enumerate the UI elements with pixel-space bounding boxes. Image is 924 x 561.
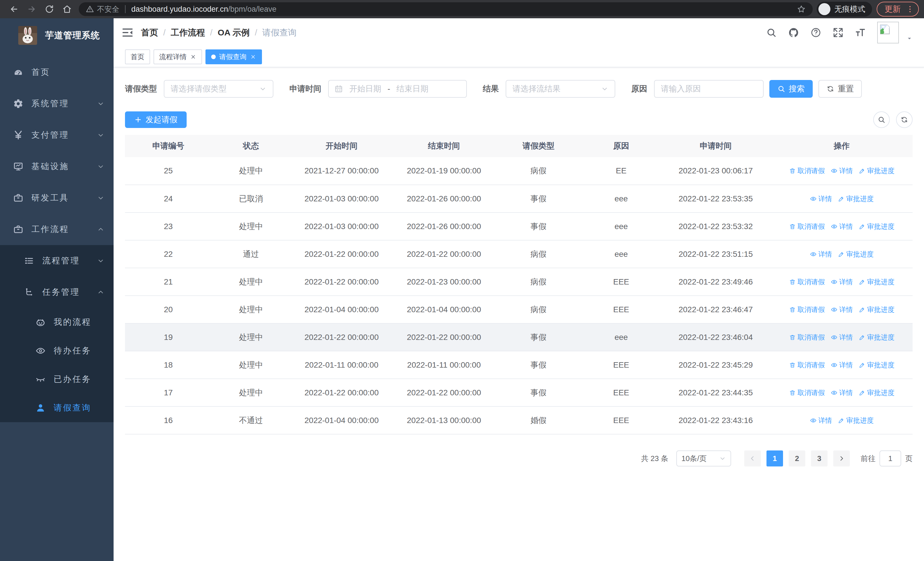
sidebar-item-5[interactable]: 工作流程 bbox=[0, 214, 114, 245]
next-page-button[interactable] bbox=[833, 450, 850, 466]
address-bar[interactable]: 不安全 dashboard.yudao.iocoder.cn/bpm/oa/le… bbox=[79, 2, 813, 16]
progress-action-link[interactable]: 审批进度 bbox=[859, 166, 895, 175]
search-button[interactable]: 搜索 bbox=[770, 80, 813, 98]
breadcrumb-item[interactable]: 工作流程 bbox=[171, 27, 205, 39]
sidebar-collapse-icon[interactable] bbox=[122, 27, 134, 39]
reason-input[interactable] bbox=[661, 84, 757, 93]
progress-action-link[interactable]: 审批进度 bbox=[838, 250, 874, 259]
reset-button[interactable]: 重置 bbox=[818, 80, 862, 98]
cancel-action-link[interactable]: 取消请假 bbox=[789, 166, 825, 175]
font-size-icon[interactable] bbox=[855, 27, 866, 38]
cancel-action-link[interactable]: 取消请假 bbox=[789, 277, 825, 286]
goto-page-input[interactable] bbox=[879, 450, 901, 466]
cancel-action-link[interactable]: 取消请假 bbox=[789, 361, 825, 370]
progress-action-link[interactable]: 审批进度 bbox=[859, 277, 895, 286]
browser-back-icon[interactable] bbox=[8, 3, 20, 15]
close-icon[interactable] bbox=[250, 54, 256, 60]
app-logo-row[interactable]: 芋道管理系统 bbox=[0, 18, 114, 53]
breadcrumb: 首页 / 工作流程 / OA 示例 / 请假查询 bbox=[141, 27, 297, 39]
tree-icon bbox=[24, 287, 34, 297]
sidebar-item-3[interactable]: 基础设施 bbox=[0, 151, 114, 182]
cell-type: 病假 bbox=[495, 157, 582, 185]
calendar-icon bbox=[334, 84, 343, 93]
result-select[interactable]: 请选择流结果 bbox=[506, 80, 615, 98]
cell-status: 处理中 bbox=[212, 379, 291, 406]
main-area: 首页 / 工作流程 / OA 示例 / 请假查询 首页 bbox=[114, 18, 924, 561]
incognito-label: 无痕模式 bbox=[834, 4, 865, 14]
detail-action-link[interactable]: 详情 bbox=[831, 305, 853, 314]
sidebar-item-1[interactable]: 系统管理 bbox=[0, 88, 114, 119]
progress-action-label: 审批进度 bbox=[867, 388, 895, 397]
cancel-action-link[interactable]: 取消请假 bbox=[789, 333, 825, 342]
detail-action-link[interactable]: 详情 bbox=[831, 361, 853, 370]
browser-menu-icon[interactable] bbox=[906, 5, 914, 14]
cancel-action-link[interactable]: 取消请假 bbox=[789, 388, 825, 397]
browser-reload-icon[interactable] bbox=[43, 3, 56, 15]
page-size-select[interactable]: 10条/页 bbox=[676, 450, 731, 466]
bookmark-star-icon[interactable] bbox=[797, 5, 806, 14]
cell-type: 事假 bbox=[495, 185, 582, 212]
refresh-table-button[interactable] bbox=[896, 111, 913, 128]
progress-action-link[interactable]: 审批进度 bbox=[859, 388, 895, 397]
detail-action-link[interactable]: 详情 bbox=[831, 388, 853, 397]
page-button-3[interactable]: 3 bbox=[811, 450, 828, 466]
detail-action-link[interactable]: 详情 bbox=[831, 277, 853, 286]
breadcrumb-item[interactable]: OA 示例 bbox=[218, 27, 250, 39]
column-header-4: 请假类型 bbox=[495, 135, 582, 157]
detail-action-link[interactable]: 详情 bbox=[810, 194, 832, 203]
breadcrumb-separator: / bbox=[163, 28, 165, 38]
browser-home-icon[interactable] bbox=[61, 3, 74, 15]
detail-action-link[interactable]: 详情 bbox=[810, 416, 832, 425]
detail-action-link[interactable]: 详情 bbox=[831, 166, 853, 175]
progress-action-link[interactable]: 审批进度 bbox=[838, 416, 874, 425]
cancel-action-link[interactable]: 取消请假 bbox=[789, 305, 825, 314]
cell-status: 处理中 bbox=[212, 296, 291, 323]
cell-apply_time: 2022-01-22 23:43:16 bbox=[661, 406, 771, 434]
leave-type-select[interactable]: 请选择请假类型 bbox=[164, 80, 273, 98]
tab-home[interactable]: 首页 bbox=[125, 50, 150, 64]
edit-icon bbox=[838, 196, 844, 202]
help-icon[interactable] bbox=[810, 27, 821, 38]
sidebar-item-label: 基础设施 bbox=[32, 161, 69, 172]
progress-action-link[interactable]: 审批进度 bbox=[859, 333, 895, 342]
breadcrumb-item[interactable]: 首页 bbox=[141, 27, 158, 39]
detail-action-link[interactable]: 详情 bbox=[810, 250, 832, 259]
search-icon[interactable] bbox=[766, 27, 777, 38]
tab-process-detail[interactable]: 流程详情 bbox=[153, 50, 202, 64]
cancel-action-link[interactable]: 取消请假 bbox=[789, 222, 825, 231]
apply-time-range-picker[interactable]: 开始日期 - 结束日期 bbox=[328, 80, 467, 98]
warning-icon bbox=[86, 5, 94, 14]
progress-action-link[interactable]: 审批进度 bbox=[859, 361, 895, 370]
avatar-caret-icon[interactable] bbox=[906, 35, 913, 42]
sidebar-item-9[interactable]: 待办任务 bbox=[0, 337, 114, 365]
progress-action-link[interactable]: 审批进度 bbox=[859, 305, 895, 314]
sidebar-item-8[interactable]: 我的流程 bbox=[0, 308, 114, 337]
prev-page-button[interactable] bbox=[744, 450, 761, 466]
fullscreen-icon[interactable] bbox=[832, 27, 843, 38]
refresh-icon bbox=[826, 85, 834, 93]
github-icon[interactable] bbox=[788, 27, 799, 38]
create-leave-button[interactable]: 发起请假 bbox=[125, 111, 187, 128]
sidebar-item-0[interactable]: 首页 bbox=[0, 57, 114, 88]
browser-forward-icon[interactable] bbox=[26, 3, 38, 15]
sidebar-item-2[interactable]: 支付管理 bbox=[0, 119, 114, 151]
detail-action-link[interactable]: 详情 bbox=[831, 222, 853, 231]
progress-action-link[interactable]: 审批进度 bbox=[838, 194, 874, 203]
tab-leave-query[interactable]: 请假查询 bbox=[206, 50, 262, 64]
avatar[interactable] bbox=[877, 22, 899, 44]
progress-action-link[interactable]: 审批进度 bbox=[859, 222, 895, 231]
sidebar-item-6[interactable]: 流程管理 bbox=[0, 245, 114, 277]
toggle-search-button[interactable] bbox=[873, 111, 890, 128]
cell-status: 处理中 bbox=[212, 157, 291, 185]
update-chip[interactable]: 更新 bbox=[877, 2, 919, 17]
sidebar-item-7[interactable]: 任务管理 bbox=[0, 277, 114, 308]
page-button-1[interactable]: 1 bbox=[766, 450, 783, 466]
close-icon[interactable] bbox=[190, 54, 196, 60]
page-button-2[interactable]: 2 bbox=[789, 450, 805, 466]
chevron-up-icon bbox=[97, 226, 105, 233]
detail-action-link[interactable]: 详情 bbox=[831, 333, 853, 342]
sidebar-item-10[interactable]: 已办任务 bbox=[0, 365, 114, 394]
sidebar-item-4[interactable]: 研发工具 bbox=[0, 182, 114, 214]
search-icon bbox=[878, 116, 885, 124]
sidebar-item-11[interactable]: 请假查询 bbox=[0, 394, 114, 422]
